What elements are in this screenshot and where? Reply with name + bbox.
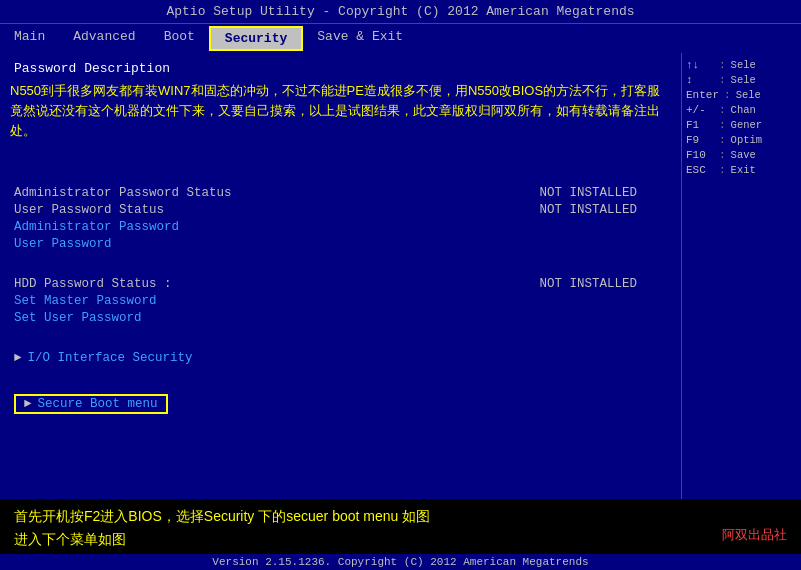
title-text: Aptio Setup Utility - Copyright (C) 2012… [166, 4, 634, 19]
help-desc-5: Optim [731, 134, 763, 146]
section-title: Password Description [14, 61, 667, 76]
admin-password-value: NOT INSTALLED [539, 186, 637, 200]
nav-bar: Main Advanced Boot Security Save & Exit [0, 24, 801, 53]
user-password-link[interactable]: User Password [14, 237, 667, 251]
bios-screen: Aptio Setup Utility - Copyright (C) 2012… [0, 0, 801, 570]
help-key-0: ↑↓ [686, 59, 714, 71]
title-bar: Aptio Setup Utility - Copyright (C) 2012… [0, 0, 801, 24]
set-master-password-link[interactable]: Set Master Password [14, 294, 667, 308]
secure-boot-label: Secure Boot menu [38, 397, 158, 411]
help-row-3: +/- : Chan [686, 104, 797, 116]
hdd-password-row: HDD Password Status : NOT INSTALLED [14, 277, 667, 291]
admin-password-label: Administrator Password Status [14, 186, 232, 200]
help-row-2: Enter : Sele [686, 89, 797, 101]
help-row-0: ↑↓ : Sele [686, 59, 797, 71]
help-desc-7: Exit [731, 164, 756, 176]
help-desc-6: Save [731, 149, 756, 161]
help-sep-4: : [719, 119, 726, 131]
nav-boot[interactable]: Boot [150, 26, 209, 51]
help-row-1: ↕ : Sele [686, 74, 797, 86]
help-desc-4: Gener [731, 119, 763, 131]
help-sep-3: : [719, 104, 726, 116]
admin-password-link[interactable]: Administrator Password [14, 220, 667, 234]
help-row-7: ESC : Exit [686, 164, 797, 176]
hdd-password-value: NOT INSTALLED [539, 277, 637, 291]
help-key-3: +/- [686, 104, 714, 116]
right-panel: ↑↓ : Sele ↕ : Sele Enter : Sele +/- : Ch… [681, 53, 801, 499]
help-row-5: F9 : Optim [686, 134, 797, 146]
help-key-7: ESC [686, 164, 714, 176]
footer-text: Version 2.15.1236. Copyright (C) 2012 Am… [212, 556, 588, 568]
help-desc-3: Chan [731, 104, 756, 116]
io-security-arrow: ► [14, 351, 22, 365]
help-sep-2: : [724, 89, 731, 101]
help-sep-5: : [719, 134, 726, 146]
secure-boot-menu-item[interactable]: ► Secure Boot menu [14, 394, 168, 414]
secure-boot-arrow: ► [24, 397, 32, 411]
nav-security[interactable]: Security [209, 26, 303, 51]
nav-main[interactable]: Main [0, 26, 59, 51]
user-password-row: User Password Status NOT INSTALLED [14, 203, 667, 217]
help-key-2: Enter [686, 89, 719, 101]
help-key-6: F10 [686, 149, 714, 161]
bottom-bar: 首先开机按F2进入BIOS，选择Security 下的secuer boot m… [0, 499, 801, 554]
bottom-line2: 进入下个菜单如图 [14, 528, 787, 550]
bottom-line1: 首先开机按F2进入BIOS，选择Security 下的secuer boot m… [14, 505, 787, 527]
help-key-5: F9 [686, 134, 714, 146]
help-sep-7: : [719, 164, 726, 176]
bios-content: Administrator Password Status NOT INSTAL… [14, 186, 667, 417]
hdd-password-label: HDD Password Status : [14, 277, 172, 291]
set-user-password-link[interactable]: Set User Password [14, 311, 667, 325]
help-key-4: F1 [686, 119, 714, 131]
author-label: 阿双出品社 [722, 525, 787, 546]
user-password-value: NOT INSTALLED [539, 203, 637, 217]
divider3 [14, 371, 667, 385]
io-security-item[interactable]: ► I/O Interface Security [14, 351, 667, 365]
help-sep-6: : [719, 149, 726, 161]
help-sep-0: : [719, 59, 726, 71]
user-password-label: User Password Status [14, 203, 164, 217]
divider2 [14, 331, 667, 345]
help-desc-2: Sele [736, 89, 761, 101]
footer-bar: Version 2.15.1236. Copyright (C) 2012 Am… [0, 554, 801, 570]
help-key-1: ↕ [686, 74, 714, 86]
overlay-annotation: N550到手很多网友都有装WIN7和固态的冲动，不过不能进PE造成很多不便，用N… [10, 81, 671, 141]
admin-password-row: Administrator Password Status NOT INSTAL… [14, 186, 667, 200]
help-row-4: F1 : Gener [686, 119, 797, 131]
content-area: Password Description N550到手很多网友都有装WIN7和固… [0, 53, 801, 499]
help-sep-1: : [719, 74, 726, 86]
io-security-label: I/O Interface Security [28, 351, 193, 365]
nav-save-exit[interactable]: Save & Exit [303, 26, 417, 51]
divider [14, 257, 667, 271]
nav-advanced[interactable]: Advanced [59, 26, 149, 51]
help-desc-1: Sele [731, 74, 756, 86]
left-panel: Password Description N550到手很多网友都有装WIN7和固… [0, 53, 681, 499]
help-desc-0: Sele [731, 59, 756, 71]
help-row-6: F10 : Save [686, 149, 797, 161]
